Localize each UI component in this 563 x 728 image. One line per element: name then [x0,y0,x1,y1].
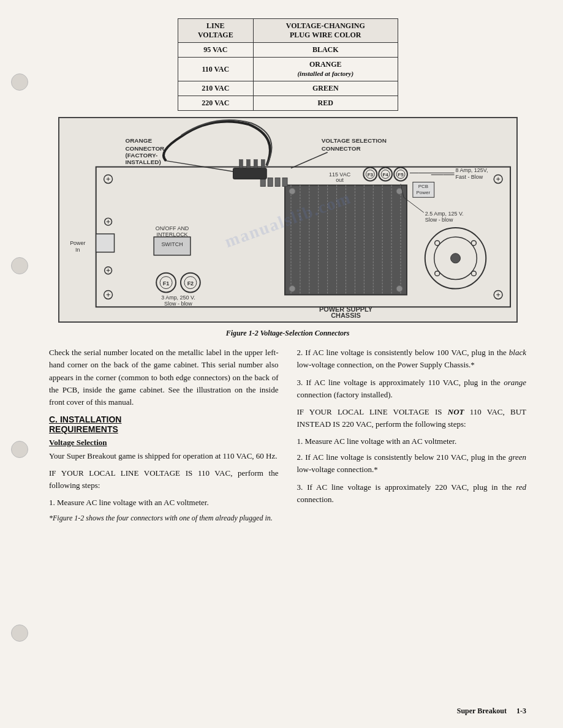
hole-punch-2 [11,257,28,274]
footer-page-number: 1-3 [516,707,526,716]
svg-text:Power: Power [70,240,85,246]
table-cell-color-orange: ORANGE(installed at factory) [254,58,398,81]
svg-text:CONNECTOR: CONNECTOR [321,145,360,152]
hole-punch-4 [11,625,28,642]
table-row: 210 VAC GREEN [178,81,398,96]
svg-text:F4: F4 [382,172,388,178]
svg-text:2.5 Amp, 125 V.: 2.5 Amp, 125 V. [425,211,463,217]
svg-point-50 [289,286,295,292]
footnote: *Figure 1-2 shows the four connectors wi… [49,513,279,523]
svg-line-92 [290,152,327,168]
step-1-220: 1. Measure AC line voltage with an AC vo… [297,435,527,448]
svg-rect-94 [239,160,243,168]
diagram-svg: Power In ON/OFF AND INTERLOCK SWITCH F1 … [59,118,516,319]
svg-rect-96 [254,160,257,168]
step-2-210vac: 2. If AC line voltage is consistently be… [297,451,527,476]
svg-text:Slow - blow: Slow - blow [425,217,453,223]
table-header-voltage: LINEVOLTAGE [178,19,254,43]
step-1-110: 1. Measure AC line voltage with an AC vo… [49,497,279,509]
paragraph-shipped: Your Super Breakout game is shipped for … [49,450,279,462]
svg-text:Slow - blow: Slow - blow [164,301,192,307]
svg-rect-95 [246,160,250,168]
svg-point-80 [450,253,460,263]
table-cell-color-green: GREEN [254,81,398,96]
svg-text:8 Amp, 125V,: 8 Amp, 125V, [455,167,488,173]
svg-text:VOLTAGE SELECTION: VOLTAGE SELECTION [321,137,386,144]
table-cell-voltage-210: 210 VAC [178,81,254,96]
table-cell-voltage-110: 110 VAC [178,58,254,81]
step-3-220vac: 3. If AC line voltage is approximately 2… [297,481,527,506]
svg-rect-55 [268,178,273,186]
svg-point-48 [289,188,295,194]
hole-punch-3 [11,441,28,458]
svg-text:Fast - Blow: Fast - Blow [455,174,483,180]
svg-rect-93 [233,168,266,179]
voltage-table: LINEVOLTAGE VOLTAGE-CHANGINGPLUG WIRE CO… [178,18,398,111]
svg-text:out: out [336,177,344,183]
table-cell-color-black: BLACK [254,43,398,58]
svg-point-83 [434,271,439,276]
svg-text:CONNECTOR: CONNECTOR [125,145,164,152]
section-heading-installation: C. INSTALLATIONREQUIREMENTS [49,415,279,434]
svg-text:3 Amp, 250 V.: 3 Amp, 250 V. [161,295,195,301]
table-header-color: VOLTAGE-CHANGINGPLUG WIRE COLOR [254,19,398,43]
footer-title: Super Breakout [457,707,507,716]
table-row: 110 VAC ORANGE(installed at factory) [178,58,398,81]
hole-punch-1 [11,73,28,91]
paragraph-if-110: IF YOUR LOCAL LINE VOLTAGE IS 110 VAC, p… [49,467,279,492]
svg-text:SWITCH: SWITCH [161,241,183,247]
voltage-table-section: LINEVOLTAGE VOLTAGE-CHANGINGPLUG WIRE CO… [49,18,526,111]
svg-rect-13 [96,234,114,252]
table-cell-color-red: RED [254,96,398,111]
figure-caption: Figure 1-2 Voltage-Selection Connectors [49,329,526,338]
svg-text:PCB: PCB [418,184,428,189]
svg-text:Power: Power [416,190,430,195]
svg-text:(FACTORY-: (FACTORY- [125,152,157,159]
svg-point-81 [434,241,439,246]
svg-text:F2: F2 [187,280,193,287]
svg-text:F5: F5 [398,172,404,178]
paragraph-if-not-110: IF YOUR LOCAL LINE VOLTAGE IS NOT 110 VA… [297,406,527,430]
column-left: Check the serial number located on the m… [49,347,279,528]
svg-text:INSTALLED): INSTALLED) [125,159,161,165]
svg-text:ON/OFF AND: ON/OFF AND [155,225,189,231]
table-cell-voltage-95: 95 VAC [178,43,254,58]
table-row: 95 VAC BLACK [178,43,398,58]
table-cell-voltage-220: 220 VAC [178,96,254,111]
step-2-100vac: 2. If AC line voltage is consistently be… [297,347,527,371]
svg-point-51 [396,286,402,292]
svg-point-82 [471,241,476,246]
subsection-heading-voltage: Voltage Selection [49,438,279,448]
svg-text:F1: F1 [162,280,168,287]
column-right: 2. If AC line voltage is consistently be… [297,347,527,528]
svg-text:CHASSIS: CHASSIS [331,312,361,319]
table-row: 220 VAC RED [178,96,398,111]
svg-text:INTERLOCK: INTERLOCK [156,231,187,238]
power-supply-diagram: manualslib.com Power [58,117,518,323]
svg-rect-57 [282,178,287,186]
text-columns: Check the serial number located on the m… [49,347,526,528]
svg-text:ORANGE: ORANGE [125,137,152,144]
page-footer: Super Breakout 1-3 [457,707,526,716]
step-3-110vac: 3. If AC line voltage is approximately 1… [297,377,527,401]
svg-rect-56 [275,178,280,186]
svg-point-84 [471,271,476,276]
paragraph-serial-number: Check the serial number located on the m… [49,347,279,408]
svg-text:F3: F3 [367,172,373,178]
svg-text:In: In [75,247,80,253]
svg-rect-97 [261,160,265,168]
